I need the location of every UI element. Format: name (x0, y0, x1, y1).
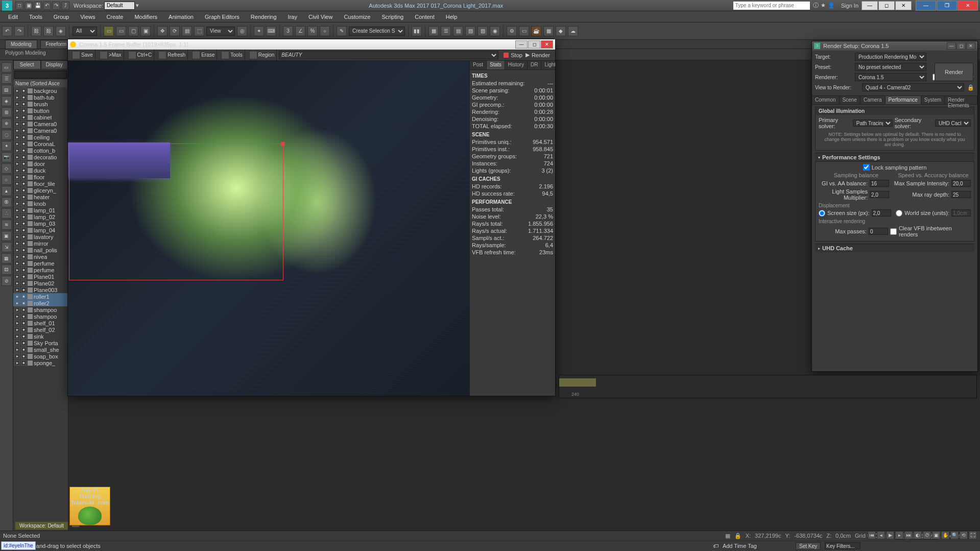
render-iray-button[interactable]: ◆ (556, 26, 566, 36)
open-icon[interactable]: ▣ (25, 2, 33, 10)
minimize-icon[interactable]: — (862, 1, 878, 10)
fb-erase-button[interactable]: Erase (201, 52, 214, 58)
mirror-button[interactable]: ▮▮ (412, 26, 422, 36)
rs-tab-common[interactable]: Common (812, 96, 840, 104)
tomax-icon[interactable] (100, 51, 108, 59)
help-search-input[interactable] (733, 2, 810, 10)
visibility-icon[interactable]: ● (21, 320, 27, 326)
visibility-icon[interactable]: ● (21, 327, 27, 332)
rs-tab-system[interactable]: System (921, 96, 945, 104)
scene-item[interactable]: ▸●cabinet (13, 114, 68, 121)
rendered-frame-button[interactable]: ▭ (519, 26, 529, 36)
keyboard-button[interactable]: ⌨ (266, 26, 276, 36)
visibility-icon[interactable]: ● (21, 340, 27, 346)
select-icon[interactable]: ▭ (2, 62, 12, 73)
visibility-icon[interactable]: ● (21, 227, 27, 233)
particle-icon[interactable]: ∴ (2, 208, 12, 219)
expand-icon[interactable]: ▸ (14, 108, 20, 113)
rectangle-region-button[interactable]: ▢ (128, 26, 138, 36)
user-icon[interactable]: 👤 (828, 2, 835, 9)
visibility-icon[interactable]: ● (21, 254, 27, 259)
menu-modifiers[interactable]: Modifiers (129, 12, 162, 21)
scene-item[interactable]: ▸●sponge_ (13, 360, 68, 366)
expand-icon[interactable]: ▸ (14, 294, 20, 299)
manip-button[interactable]: ✦ (254, 26, 264, 36)
expand-icon[interactable]: ▸ (14, 214, 20, 220)
region-handle[interactable] (281, 142, 285, 146)
tab-select[interactable]: Select (13, 60, 41, 69)
scene-item[interactable]: ▸●Plane003 (13, 286, 68, 293)
expand-icon[interactable]: ▸ (14, 101, 20, 107)
rs-minimize-icon[interactable]: — (947, 42, 956, 50)
expand-icon[interactable]: ▸ (14, 181, 20, 186)
menu-iray[interactable]: Iray (283, 12, 302, 21)
signin-link[interactable]: Sign In (841, 3, 858, 9)
freeze-icon[interactable]: ❄ (2, 118, 12, 129)
scene-column-header[interactable]: Name (Sorted Asce (13, 80, 68, 87)
scene-item[interactable]: ▸●small_she (13, 346, 68, 353)
rs-close-icon[interactable]: ✕ (966, 42, 975, 50)
rs-msi-spinner[interactable] (951, 180, 971, 187)
expand-icon[interactable]: ▸ (14, 353, 20, 359)
scene-item[interactable]: ▸●door (13, 160, 68, 167)
host-maximize-icon[interactable]: ❐ (937, 1, 957, 11)
expand-icon[interactable]: ▸ (14, 167, 20, 173)
scene-item[interactable]: ▸●Camera0 (13, 127, 68, 134)
rotate-button[interactable]: ⟳ (170, 26, 180, 36)
edit-named-button[interactable]: ✎ (337, 26, 347, 36)
expand-icon[interactable]: ▸ (14, 320, 20, 326)
nav-pan-icon[interactable]: ✋ (941, 531, 949, 539)
render-a360-button[interactable]: ☁ (568, 26, 578, 36)
visibility-icon[interactable]: ● (21, 274, 27, 279)
link-icon[interactable]: ⤴ (61, 2, 69, 10)
close-icon[interactable]: ✕ (895, 1, 912, 10)
visibility-icon[interactable]: ● (21, 167, 27, 173)
redo-icon[interactable]: ↷ (52, 2, 60, 10)
align-button[interactable]: ▦ (428, 26, 439, 36)
visibility-icon[interactable]: ● (21, 347, 27, 352)
rs-render-button[interactable]: Render (935, 63, 973, 81)
scene-item[interactable]: ▸●Camera0 (13, 121, 68, 127)
app-logo-icon[interactable]: 3 (2, 1, 12, 11)
rs-lock-sampling-checkbox[interactable] (863, 164, 870, 171)
rs-primary-solver-dropdown[interactable]: Path Tracing (853, 119, 893, 127)
xref-icon[interactable]: ⇲ (2, 242, 12, 252)
curve-editor-button[interactable]: ▨ (465, 26, 475, 36)
fb-tab-stats[interactable]: Stats (487, 61, 505, 69)
expand-icon[interactable]: ▸ (14, 154, 20, 160)
visibility-icon[interactable]: ● (21, 260, 27, 266)
expand-icon[interactable]: ▸ (14, 221, 20, 226)
visibility-icon[interactable]: ● (21, 94, 27, 100)
state-sets-button[interactable]: ▦ (543, 26, 554, 36)
rs-disp-screen-radio[interactable] (819, 210, 825, 217)
fb-copy-button[interactable]: Ctrl+C (137, 52, 152, 58)
region-icon[interactable] (249, 51, 257, 59)
rs-renderer-dropdown[interactable]: Corona 1.5 (855, 73, 926, 81)
scene-item[interactable]: ▸●brush (13, 101, 68, 107)
new-icon[interactable]: □ (15, 2, 23, 10)
visibility-icon[interactable]: ● (21, 207, 27, 213)
isolate-icon[interactable]: ▣ (932, 531, 940, 539)
rs-lsm-spinner[interactable] (870, 191, 889, 198)
pivot-button[interactable]: ◎ (237, 26, 247, 36)
scene-item[interactable]: ▸●floor (13, 174, 68, 180)
move-button[interactable]: ✥ (157, 26, 168, 36)
fb-render-view[interactable] (68, 61, 469, 396)
layer-icon[interactable]: ▤ (2, 85, 12, 95)
scene-item[interactable]: ▸●sink (13, 333, 68, 340)
fb-tomax-button[interactable]: >Max (109, 52, 122, 58)
scene-item[interactable]: ▸●backgrou (13, 87, 68, 94)
workspace-value[interactable] (104, 2, 135, 10)
schematic-button[interactable]: ▧ (477, 26, 488, 36)
snap-button[interactable]: 3 (283, 26, 293, 36)
expand-icon[interactable]: ▸ (14, 187, 20, 193)
rs-preset-dropdown[interactable]: No preset selected (855, 63, 926, 71)
fb-region-button[interactable]: Region (258, 52, 275, 58)
expand-icon[interactable]: ▸ (14, 314, 20, 319)
menu-civil-view[interactable]: Civil View (303, 12, 338, 21)
selection-filter[interactable]: All (73, 27, 97, 36)
expand-icon[interactable]: ▸ (14, 121, 20, 127)
visibility-icon[interactable]: ● (21, 360, 27, 366)
visibility-icon[interactable]: ● (21, 241, 27, 246)
bone-icon[interactable]: ⦿ (2, 197, 12, 207)
